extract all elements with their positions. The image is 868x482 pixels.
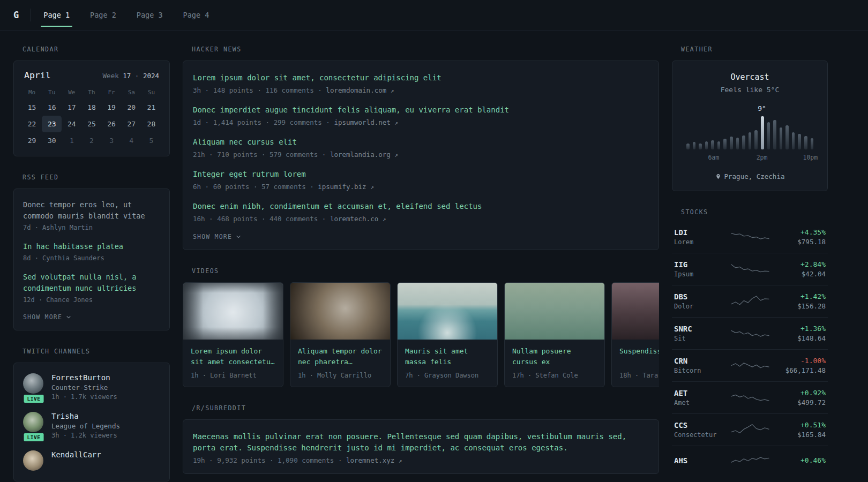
video-info: Aliquam tempor dolor nec pharetra… 1h · …: [290, 340, 390, 387]
page-content: CALENDAR April Week 17 · 2024 Mo Tu: [0, 31, 868, 482]
tab-page-2[interactable]: Page 2: [80, 0, 126, 30]
day-header: Fr: [102, 89, 122, 96]
tab-page-1[interactable]: Page 1: [33, 0, 80, 30]
stock-row[interactable]: DBS Dolor +1.42% $156.28: [672, 285, 828, 318]
video-info: Nullam posuere cursus ex 17h · Stefan Co…: [505, 340, 604, 387]
post-domain-link[interactable]: loremnet.xyz: [346, 456, 394, 464]
twitch-channel[interactable]: LIVE Trisha League of Legends 3h · 1.2k …: [23, 412, 160, 439]
post-headline-link[interactable]: Maecenas mollis pulvinar erat non posuer…: [193, 431, 649, 454]
topbar: G Page 1 Page 2 Page 3 Page 4: [0, 0, 868, 31]
show-more-label: SHOW MORE: [23, 313, 62, 321]
stock-row[interactable]: AET Amet +0.92% $499.72: [672, 382, 828, 414]
video-thumbnail[interactable]: [612, 283, 659, 340]
middle-column: HACKER NEWS Lorem ipsum dolor sit amet, …: [183, 46, 659, 482]
news-domain-link[interactable]: loremdomain.com: [326, 86, 386, 94]
rss-headline-link[interactable]: In hac habitasse platea: [23, 241, 160, 252]
news-headline-link[interactable]: Aliquam nec cursus elit: [193, 137, 649, 148]
external-link-icon: ↗: [394, 152, 398, 159]
stock-values: +4.35% $795.18: [770, 228, 826, 246]
rss-headline-link[interactable]: Sed volutpat nulla nisl, a condimentum n…: [23, 272, 160, 294]
stock-row[interactable]: CCS Consectetur +0.51% $165.84: [672, 414, 828, 446]
news-item-meta: 3h · 148 points · 116 comments · loremdo…: [193, 86, 649, 94]
news-domain-link[interactable]: loremlandia.org: [330, 150, 391, 159]
video-title-link[interactable]: Aliquam tempor dolor nec pharetra…: [298, 346, 383, 368]
news-headline-link[interactable]: Integer eget rutrum lorem: [193, 169, 649, 180]
video-card[interactable]: Nullam posuere cursus ex 17h · Stefan Co…: [504, 282, 605, 387]
stock-values: +0.46%: [770, 456, 826, 466]
weather-time-label: 10pm: [803, 154, 818, 161]
weather-bar: [736, 138, 739, 149]
twitch-channel[interactable]: KendallCarr: [23, 450, 160, 471]
video-title-link[interactable]: Nullam posuere cursus ex: [512, 346, 597, 368]
day-header: Su: [141, 89, 161, 96]
weather-section-title: WEATHER: [681, 46, 828, 53]
stock-row[interactable]: LDI Lorem +4.35% $795.18: [672, 221, 828, 253]
channel-info: ForrestBurton Counter-Strike 1h · 1.7k v…: [51, 373, 117, 401]
external-link-icon: ↗: [399, 457, 402, 464]
weather-hourly-chart: 9°: [686, 116, 813, 149]
video-title-link[interactable]: Lorem ipsum dolor sit amet consectetu…: [191, 346, 275, 368]
channel-name[interactable]: KendallCarr: [51, 450, 101, 459]
stocks-section-title: STOCKS: [681, 208, 828, 216]
stock-id: SNRC Sit: [674, 325, 730, 342]
tab-page-4[interactable]: Page 4: [173, 0, 220, 30]
hackernews-show-more-button[interactable]: SHOW MORE: [193, 233, 649, 240]
channel-name[interactable]: Trisha: [51, 412, 120, 420]
calendar-grid: 15 16 17 18 19 20 21 22 23 24 25 26 27 2…: [22, 99, 161, 149]
video-title-link[interactable]: Suspendisse diam: [619, 346, 659, 368]
calendar-day-next-month: 5: [141, 132, 161, 149]
news-headline-link[interactable]: Lorem ipsum dolor sit amet, consectetur …: [193, 72, 649, 84]
news-headline-link[interactable]: Donec imperdiet augue tincidunt felis al…: [193, 104, 649, 116]
stock-price: $148.64: [770, 334, 826, 342]
stock-change: +0.92%: [770, 389, 826, 397]
news-item: Integer eget rutrum lorem 6h · 60 points…: [193, 169, 649, 191]
weather-bar: [761, 116, 764, 149]
video-card[interactable]: Lorem ipsum dolor sit amet consectetu… 1…: [183, 282, 283, 387]
video-card[interactable]: Mauris sit amet massa felis 7h · Grayson…: [397, 282, 498, 387]
stock-sparkline: [730, 358, 770, 374]
news-domain-link[interactable]: loremtech.co: [330, 215, 378, 223]
video-card[interactable]: Aliquam tempor dolor nec pharetra… 1h · …: [290, 282, 391, 387]
live-badge: LIVE: [23, 432, 45, 442]
stock-sparkline: [730, 229, 770, 245]
video-card[interactable]: Suspendisse diam 18h · Tara: [611, 282, 659, 387]
news-domain-link[interactable]: ipsumify.biz: [318, 183, 366, 191]
rss-headline-link[interactable]: Donec tempor eros leo, ut commodo mauris…: [23, 199, 160, 222]
video-title-link[interactable]: Mauris sit amet massa felis: [405, 346, 490, 368]
weather-feels-like: Feels like 5°C: [683, 86, 817, 94]
app-logo[interactable]: G: [13, 0, 31, 30]
video-thumbnail[interactable]: [505, 283, 604, 340]
rss-item: Sed volutpat nulla nisl, a condimentum n…: [23, 272, 160, 304]
calendar-day-next-month: 1: [62, 132, 81, 149]
news-domain-link[interactable]: ipsumworld.net: [334, 118, 390, 126]
tab-page-3[interactable]: Page 3: [126, 0, 173, 30]
video-thumbnail[interactable]: [183, 283, 283, 340]
stock-price: $156.28: [770, 302, 826, 310]
rss-show-more-button[interactable]: SHOW MORE: [23, 313, 160, 321]
news-item-meta: 16h · 468 points · 440 comments · loremt…: [193, 215, 649, 223]
calendar-day: 19: [102, 99, 122, 116]
calendar-day-next-month: 2: [81, 132, 101, 149]
weather-bar: [767, 122, 770, 149]
current-temp-label: 9°: [758, 104, 766, 112]
channel-avatar: [23, 450, 43, 471]
videos-widget: VIDEOS Lorem ipsum dolor sit amet consec…: [183, 267, 659, 387]
rss-item: In hac habitasse platea 8d · Cynthia Sau…: [23, 241, 160, 262]
day-header: Th: [81, 89, 101, 96]
stock-row[interactable]: AHS +0.46%: [672, 446, 828, 476]
video-thumbnail[interactable]: [398, 283, 497, 340]
calendar-year: 2024: [143, 72, 159, 80]
stock-row[interactable]: SNRC Sit +1.36% $148.64: [672, 318, 828, 350]
video-meta: 1h · Molly Carrillo: [298, 372, 383, 379]
external-link-icon: ↗: [394, 119, 398, 126]
channel-name[interactable]: ForrestBurton: [51, 373, 117, 382]
stocks-widget: STOCKS LDI Lorem +4.35% $795.18: [672, 208, 828, 476]
stock-row[interactable]: CRN Bitcorn -1.00% $66,171.48: [672, 350, 828, 382]
twitch-channel[interactable]: LIVE ForrestBurton Counter-Strike 1h · 1…: [23, 373, 160, 401]
stock-values: +1.42% $156.28: [770, 292, 826, 310]
post-meta-text: 19h · 9,932 points · 1,090 comments ·: [193, 456, 346, 464]
news-headline-link[interactable]: Donec enim nibh, condimentum et accumsan…: [193, 201, 649, 212]
weather-bar: [754, 130, 758, 149]
video-thumbnail[interactable]: [290, 283, 390, 340]
stock-row[interactable]: IIG Ipsum +2.84% $42.04: [672, 253, 828, 285]
